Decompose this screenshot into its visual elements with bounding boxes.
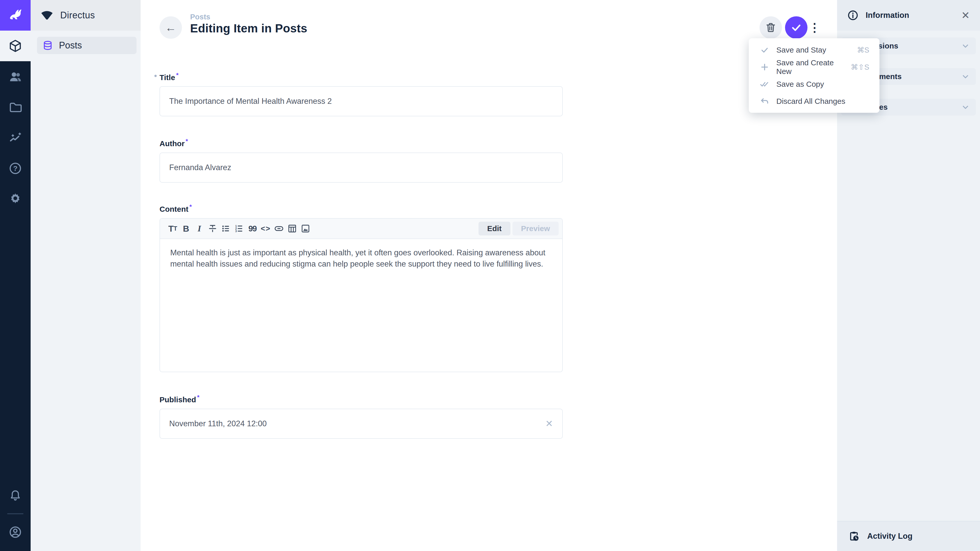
link-button[interactable] [272,221,286,236]
menu-item-discard-all-changes[interactable]: Discard All Changes [749,93,880,110]
check-icon [759,45,770,55]
directus-logo-button[interactable] [0,0,30,30]
blockquote-button[interactable]: 99 [246,221,259,236]
menu-item-shortcut: ⌘⇧S [851,63,869,71]
menu-item-label: Save and Stay [776,46,826,54]
project-name: Directus [60,10,95,21]
kebab-icon: ⋮ [809,21,821,35]
tab-edit[interactable]: Edit [479,222,511,235]
activity-log-label: Activity Log [867,532,912,541]
back-button[interactable]: ← [159,16,182,39]
editor-toolbar: TT B I 123 99 <> Edit [160,219,562,239]
module-docs[interactable]: ? [0,153,30,184]
content-field-label: Content* [159,203,192,213]
trash-icon [765,22,776,33]
markdown-editor: TT B I 123 99 <> Edit [159,218,563,372]
module-bar: ? [0,0,30,551]
editor-body[interactable]: Mental health is just as important as ph… [160,239,562,278]
module-files[interactable] [0,92,30,122]
title-input-value: The Importance of Mental Health Awarenes… [169,97,332,106]
project-header[interactable]: Directus [30,0,141,30]
notifications-button[interactable] [0,480,30,511]
published-input-value: November 11th, 2024 12:00 [169,419,267,428]
users-icon [9,70,22,83]
editor-view-tabs: Edit Preview [479,222,558,235]
insights-icon [9,131,22,144]
author-input-value: Fernanda Alvarez [169,163,231,172]
content-text: Mental health is just as important as ph… [170,247,546,270]
sidebar-item-label: Posts [59,40,82,51]
module-content[interactable] [0,30,30,61]
gear-icon [9,192,22,206]
main-content: ← Posts Editing Item in Posts ⋮ Title* T… [141,0,837,551]
heading-button[interactable]: TT [166,221,180,236]
menu-item-save-and-stay[interactable]: Save and Stay ⌘S [749,41,880,59]
module-bar-divider [7,513,24,514]
save-options-menu: Save and Stay ⌘S Save and Create New ⌘⇧S… [749,38,880,113]
sidebar-section-information[interactable]: Information ✕ [837,0,980,30]
activity-log-icon [848,530,859,542]
page-title: Editing Item in Posts [190,21,307,35]
menu-item-label: Discard All Changes [776,97,845,106]
nav-sidebar: Directus Posts [30,0,141,551]
clear-date-icon[interactable]: ✕ [546,418,553,429]
chevron-down-icon [961,41,970,50]
menu-item-save-and-create-new[interactable]: Save and Create New ⌘⇧S [749,59,880,76]
required-asterisk: * [189,203,192,210]
chevron-down-icon [961,103,970,111]
menu-item-save-as-copy[interactable]: Save as Copy [749,76,880,93]
save-button[interactable] [785,16,808,39]
menu-item-shortcut: ⌘S [857,46,869,54]
required-asterisk: * [186,138,188,144]
required-asterisk: * [176,72,178,79]
strikethrough-button[interactable] [206,221,219,236]
info-icon [847,10,859,21]
image-button[interactable] [299,221,312,236]
double-check-icon [759,79,770,89]
bullet-list-button[interactable] [219,221,232,236]
menu-item-label: Save and Create New [776,59,851,76]
more-options-button[interactable]: ⋮ [807,16,822,39]
avatar-icon [9,526,22,539]
code-button[interactable]: <> [259,221,272,236]
sidebar-section-label: Information [865,11,909,20]
undo-icon [759,97,770,106]
chevron-down-icon [961,72,970,81]
directus-rabbit-icon [7,7,24,24]
module-insights[interactable] [0,122,30,153]
required-asterisk: * [197,394,199,401]
plus-icon [759,62,770,72]
folder-icon [9,100,22,114]
tab-preview[interactable]: Preview [512,222,558,235]
bell-icon [9,489,22,502]
author-input[interactable]: Fernanda Alvarez [159,152,563,183]
content-cube-icon [9,39,22,52]
table-button[interactable] [286,221,299,236]
published-field-label: Published* [159,394,200,404]
numbered-list-button[interactable]: 123 [232,221,246,236]
published-input[interactable]: November 11th, 2024 12:00 ✕ [159,409,563,439]
arrow-left-icon: ← [165,21,177,34]
activity-log-button[interactable]: Activity Log [837,521,980,551]
svg-text:3: 3 [235,230,237,233]
edited-dot [154,75,157,77]
breadcrumb[interactable]: Posts [190,13,210,21]
database-icon [43,40,53,51]
title-field-label: Title* [159,72,178,82]
help-icon: ? [9,162,22,175]
title-input[interactable]: The Importance of Mental Health Awarenes… [159,86,563,116]
delete-button[interactable] [759,16,782,39]
bold-button[interactable]: B [180,221,192,236]
menu-item-label: Save as Copy [776,80,824,89]
project-fan-icon [40,10,54,21]
italic-button[interactable]: I [192,221,206,236]
svg-text:?: ? [13,165,18,172]
check-icon [791,22,802,33]
author-field-label: Author* [159,138,188,148]
sidebar-item-posts[interactable]: Posts [37,37,137,54]
close-icon[interactable]: ✕ [961,10,970,21]
module-users[interactable] [0,61,30,92]
user-account-button[interactable] [0,517,30,548]
module-settings[interactable] [0,184,30,214]
